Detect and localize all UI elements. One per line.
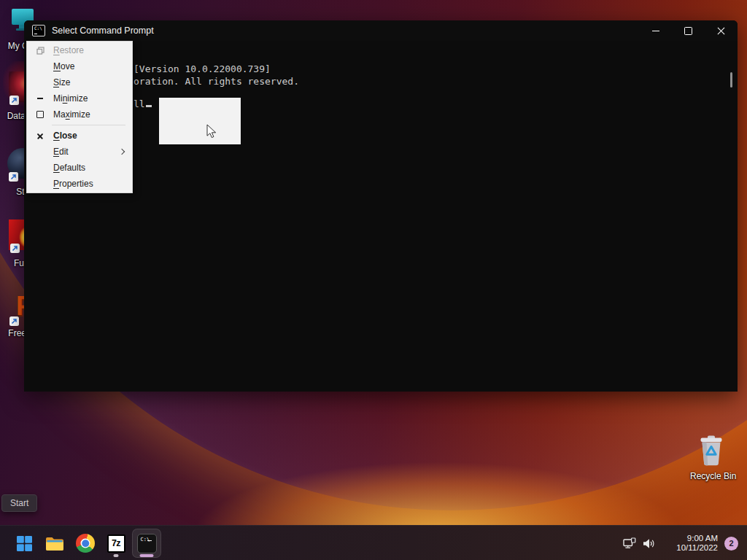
seven-zip-button[interactable]: 7z: [101, 529, 131, 558]
cmd-icon[interactable]: C:\: [32, 25, 45, 36]
menu-item-close[interactable]: Close: [27, 128, 132, 144]
menu-item-label: Edit: [53, 147, 69, 157]
system-context-menu: Restore Move Size Minimize Maximize Clos…: [26, 41, 133, 193]
cmd-icon-cursor: [34, 34, 37, 35]
maximize-icon: [684, 27, 692, 35]
window-titlebar[interactable]: C:\ Select Command Prompt: [24, 20, 738, 41]
volume-icon: [643, 538, 655, 549]
screen: My Co DataW St Fur F FreeC: [0, 0, 747, 560]
menu-separator: [52, 125, 125, 125]
menu-item-restore[interactable]: Restore: [27, 42, 132, 58]
menu-item-label: Move: [53, 61, 74, 71]
menu-item-edit[interactable]: Edit: [27, 144, 132, 160]
chrome-button[interactable]: [71, 529, 100, 558]
menu-item-label: Size: [53, 77, 70, 88]
file-explorer-icon: [45, 535, 64, 551]
clock-date: 10/11/2022: [661, 543, 718, 553]
menu-item-label: Minimize: [53, 93, 88, 104]
maximize-button[interactable]: [672, 20, 705, 41]
terminal-version-line: [Version 10.0.22000.739]: [133, 63, 271, 74]
menu-item-minimize[interactable]: Minimize: [27, 90, 132, 106]
terminal-prompt-text: ll: [133, 98, 145, 109]
menu-item-label: Maximize: [53, 109, 90, 120]
close-button[interactable]: [705, 20, 738, 41]
menu-item-label: Properties: [53, 179, 93, 189]
network-button[interactable]: [620, 529, 639, 558]
window-title: Select Command Prompt: [52, 26, 154, 36]
clock-time: 9:00 AM: [661, 534, 718, 544]
active-window-indicator: [140, 554, 154, 557]
command-prompt-button[interactable]: C:\: [132, 529, 161, 558]
cmd-icon-cursor: [147, 540, 152, 542]
chrome-icon: [76, 534, 95, 553]
menu-item-label: Restore: [53, 45, 84, 55]
maximize-icon: [33, 111, 47, 118]
terminal-prompt-line: ll: [133, 98, 152, 109]
desktop-icon-label: Recycle Bin: [690, 471, 732, 481]
desktop-icon-freec[interactable]: F FreeC: [0, 0, 42, 1]
terminal-copyright-line: oration. All rights reserved.: [133, 76, 299, 87]
clock[interactable]: 9:00 AM 10/11/2022: [661, 534, 718, 553]
restore-icon: [33, 47, 47, 55]
minimize-icon: [652, 31, 659, 31]
file-explorer-button[interactable]: [40, 529, 69, 558]
volume-button[interactable]: [639, 529, 658, 558]
close-icon: [33, 133, 47, 139]
seven-zip-icon: 7z: [107, 534, 125, 553]
desktop-icon-recycle-bin[interactable]: Recycle Bin: [690, 435, 732, 481]
shortcut-arrow-icon: [9, 96, 19, 105]
menu-item-label: Close: [53, 131, 77, 141]
seven-zip-label: 7z: [112, 538, 120, 548]
menu-item-properties[interactable]: Properties: [27, 176, 132, 192]
menu-item-size[interactable]: Size: [27, 74, 132, 90]
menu-item-move[interactable]: Move: [27, 58, 132, 74]
mouse-cursor: [206, 124, 217, 142]
menu-item-maximize[interactable]: Maximize: [27, 106, 132, 122]
start-button[interactable]: [9, 529, 39, 558]
menu-item-defaults[interactable]: Defaults: [27, 160, 132, 176]
shortcut-arrow-icon: [9, 316, 19, 326]
taskbar: 7z C:\: [0, 525, 747, 560]
scrollbar-thumb[interactable]: [730, 72, 732, 88]
text-cursor: [146, 105, 152, 107]
submenu-arrow-icon: [119, 149, 125, 155]
minimize-icon: [33, 98, 47, 99]
cmd-icon-glyph: C:\: [34, 26, 42, 31]
recycle-bin-icon: [697, 435, 725, 467]
running-indicator: [114, 554, 119, 556]
command-prompt-icon: C:\: [137, 534, 157, 553]
shortcut-arrow-icon: [10, 244, 20, 253]
selection-highlight: [159, 98, 241, 144]
menu-item-label: Defaults: [53, 163, 85, 173]
start-tooltip: Start: [1, 494, 37, 512]
windows-logo-icon: [17, 536, 32, 551]
close-icon: [717, 27, 725, 35]
shortcut-arrow-icon: [9, 172, 18, 182]
network-icon: [623, 537, 637, 549]
notification-badge[interactable]: 2: [724, 537, 738, 551]
minimize-button[interactable]: [639, 20, 672, 41]
